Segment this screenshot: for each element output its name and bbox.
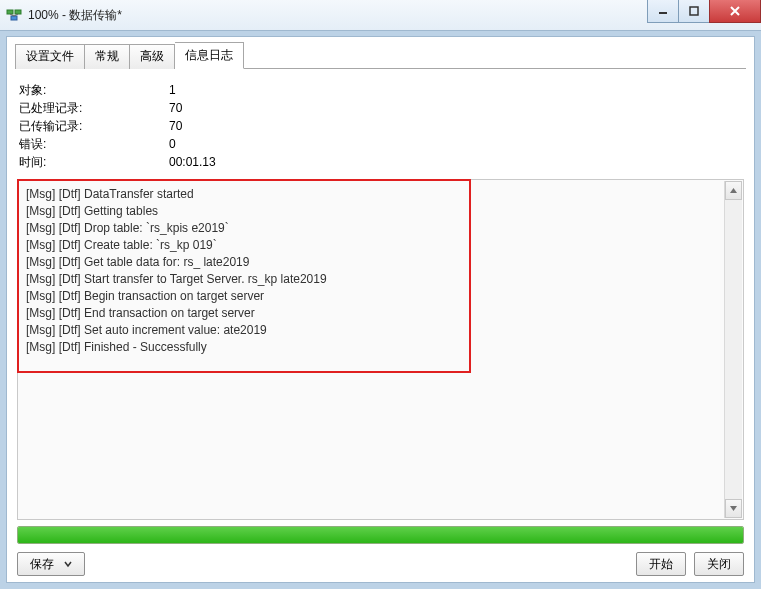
log-area: [Msg] [Dtf] DataTransfer started[Msg] [D…: [17, 179, 744, 520]
log-line: [Msg] [Dtf] Start transfer to Target Ser…: [26, 271, 735, 288]
log-line: [Msg] [Dtf] Getting tables: [26, 203, 735, 220]
stats-block: 对象: 1 已处理记录: 70 已传输记录: 70 错误: 0 时间: 00:0…: [19, 81, 742, 171]
save-button-label: 保存: [30, 556, 54, 573]
tab-settings-file[interactable]: 设置文件: [15, 44, 85, 69]
maximize-button[interactable]: [678, 0, 710, 23]
stat-label-time: 时间:: [19, 153, 169, 171]
chevron-down-icon: [64, 557, 72, 571]
stat-value-time: 00:01.13: [169, 153, 216, 171]
stat-value-objects: 1: [169, 81, 176, 99]
bottom-bar: 保存 开始 关闭: [15, 548, 746, 576]
app-icon: [6, 7, 22, 23]
stat-label-objects: 对象:: [19, 81, 169, 99]
scroll-track[interactable]: [725, 199, 742, 500]
start-button[interactable]: 开始: [636, 552, 686, 576]
stat-value-transferred: 70: [169, 117, 182, 135]
progress-bar: [17, 526, 744, 544]
stat-label-transferred: 已传输记录:: [19, 117, 169, 135]
close-button-label: 关闭: [707, 556, 731, 573]
log-line: [Msg] [Dtf] DataTransfer started: [26, 186, 735, 203]
tabstrip: 设置文件 常规 高级 信息日志: [15, 45, 746, 69]
stat-value-processed: 70: [169, 99, 182, 117]
log-line: [Msg] [Dtf] Set auto increment value: at…: [26, 322, 735, 339]
scroll-up-icon[interactable]: [725, 181, 742, 200]
client-area: 设置文件 常规 高级 信息日志 对象: 1 已处理记录: 70 已传输记录: 7…: [6, 36, 755, 583]
minimize-button[interactable]: [647, 0, 679, 23]
close-button[interactable]: 关闭: [694, 552, 744, 576]
log-line: [Msg] [Dtf] Finished - Successfully: [26, 339, 735, 356]
progress-fill: [18, 527, 743, 543]
svg-rect-3: [690, 7, 698, 15]
log-line: [Msg] [Dtf] End transaction on target se…: [26, 305, 735, 322]
titlebar: 100% - 数据传输*: [0, 0, 761, 31]
tab-message-log[interactable]: 信息日志: [175, 42, 244, 69]
stat-value-errors: 0: [169, 135, 176, 153]
log-lines: [Msg] [Dtf] DataTransfer started[Msg] [D…: [18, 180, 743, 362]
stat-label-processed: 已处理记录:: [19, 99, 169, 117]
save-button[interactable]: 保存: [17, 552, 85, 576]
start-button-label: 开始: [649, 556, 673, 573]
tab-advanced[interactable]: 高级: [130, 44, 175, 69]
svg-rect-2: [11, 16, 17, 20]
vertical-scrollbar[interactable]: [724, 181, 742, 518]
scroll-down-icon[interactable]: [725, 499, 742, 518]
window-controls: [648, 0, 761, 22]
log-box[interactable]: [Msg] [Dtf] DataTransfer started[Msg] [D…: [17, 179, 744, 520]
svg-rect-0: [7, 10, 13, 14]
log-line: [Msg] [Dtf] Get table data for: rs_ late…: [26, 254, 735, 271]
stat-label-errors: 错误:: [19, 135, 169, 153]
log-line: [Msg] [Dtf] Create table: `rs_kp 019`: [26, 237, 735, 254]
close-window-button[interactable]: [709, 0, 761, 23]
tab-general[interactable]: 常规: [85, 44, 130, 69]
log-line: [Msg] [Dtf] Begin transaction on target …: [26, 288, 735, 305]
log-line: [Msg] [Dtf] Drop table: `rs_kpis e2019`: [26, 220, 735, 237]
svg-rect-1: [15, 10, 21, 14]
